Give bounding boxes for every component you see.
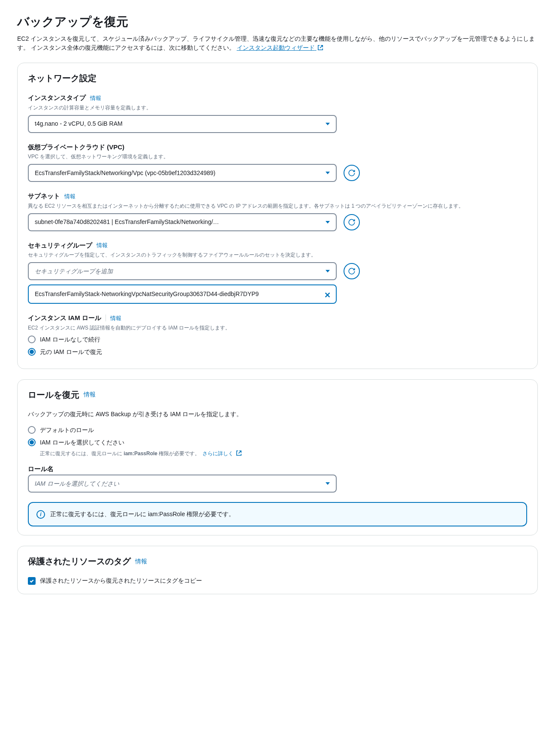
network-settings-title: ネットワーク設定: [28, 72, 527, 85]
security-group-refresh-button[interactable]: [344, 263, 360, 279]
copy-tags-checkbox[interactable]: [28, 577, 36, 585]
chevron-down-icon: [326, 270, 330, 272]
subnet-hint: 異なる EC2 リソースを相互またはインターネットから分離するために使用できる …: [28, 202, 527, 210]
instance-iam-role-info-link[interactable]: 情報: [110, 314, 121, 323]
default-role-radio[interactable]: デフォルトのロール: [28, 426, 527, 435]
vpc-hint: VPC を選択して、仮想ネットワーキング環境を定義します。: [28, 153, 527, 160]
radio-icon: [28, 438, 36, 446]
chevron-down-icon: [326, 123, 330, 125]
chevron-down-icon: [326, 482, 330, 485]
instance-iam-role-hint: EC2 インスタンスに AWS 認証情報を自動的にデプロイする IAM ロールを…: [28, 324, 527, 332]
tags-title: 保護されたリソースのタグ: [28, 555, 131, 568]
restore-role-hint: バックアップの復元時に AWS Backup が引き受ける IAM ロールを指定…: [28, 410, 527, 419]
chevron-down-icon: [326, 221, 330, 224]
passrole-note: 正常に復元するには、復元ロールに iam:PassRole 権限が必要です。 さ…: [40, 450, 527, 457]
page-description: EC2 インスタンスを復元して、スケジュール済みバックアップ、ライフサイクル管理…: [17, 34, 538, 52]
instance-iam-role-label: インスタンス IAM ロール: [28, 313, 101, 323]
instance-type-hint: インスタンスの計算容量とメモリ容量を定義します。: [28, 104, 527, 112]
radio-icon: [28, 336, 36, 343]
learn-more-link[interactable]: さらに詳しく: [202, 450, 241, 457]
subnet-label: サブネット: [28, 191, 60, 201]
security-group-hint: セキュリティグループを指定して、インスタンスのトラフィックを制御するファイアウォ…: [28, 251, 527, 259]
subnet-info-link[interactable]: 情報: [64, 192, 75, 201]
restore-role-card: ロールを復元 情報 バックアップの復元時に AWS Backup が引き受ける …: [17, 379, 538, 536]
role-name-label: ロール名: [28, 464, 54, 474]
vpc-refresh-button[interactable]: [344, 165, 360, 181]
role-name-select[interactable]: IAM ロールを選択してください: [28, 475, 337, 493]
security-group-token-remove[interactable]: ✕: [324, 290, 331, 301]
external-link-icon: [317, 44, 323, 50]
iam-role-none-radio[interactable]: IAM ロールなしで続行: [28, 335, 527, 344]
security-group-token: EcsTransferFamilyStack-NetworkingVpcNatS…: [28, 284, 337, 304]
passrole-info-banner: i 正常に復元するには、復元ロールに iam:PassRole 権限が必要です。: [28, 502, 527, 526]
chevron-down-icon: [326, 172, 330, 174]
subnet-select[interactable]: subnet-0fe78a740d8202481 | EcsTransferFa…: [28, 213, 337, 231]
radio-icon: [28, 426, 36, 434]
security-group-info-link[interactable]: 情報: [97, 241, 108, 250]
external-link-icon: [236, 450, 242, 456]
vpc-select[interactable]: EcsTransferFamilyStack/Networking/Vpc (v…: [28, 164, 337, 182]
info-banner-text: 正常に復元するには、復元ロールに iam:PassRole 権限が必要です。: [50, 510, 235, 519]
instance-launch-wizard-link[interactable]: インスタンス起動ウィザード: [237, 44, 323, 51]
instance-type-select[interactable]: t4g.nano - 2 vCPU, 0.5 GiB RAM: [28, 115, 337, 133]
protected-resource-tags-card: 保護されたリソースのタグ 情報 保護されたリソースから復元されたリソースにタグを…: [17, 546, 538, 594]
tags-info-link[interactable]: 情報: [135, 557, 147, 566]
info-icon: i: [36, 510, 45, 519]
instance-type-label: インスタンスタイプ: [28, 93, 86, 103]
network-settings-card: ネットワーク設定 インスタンスタイプ 情報 インスタンスの計算容量とメモリ容量を…: [17, 63, 538, 369]
page-title: バックアップを復元: [17, 13, 538, 31]
restore-role-title: ロールを復元: [28, 388, 79, 401]
instance-type-info-link[interactable]: 情報: [90, 94, 101, 103]
select-iam-role-radio[interactable]: IAM ロールを選択してください: [28, 438, 527, 447]
subnet-refresh-button[interactable]: [344, 214, 360, 230]
copy-tags-label: 保護されたリソースから復元されたリソースにタグをコピー: [40, 576, 202, 585]
restore-role-info-link[interactable]: 情報: [84, 390, 96, 399]
vpc-label: 仮想プライベートクラウド (VPC): [28, 142, 124, 152]
iam-role-original-radio[interactable]: 元の IAM ロールで復元: [28, 348, 527, 357]
radio-icon: [28, 348, 36, 356]
divider: [106, 314, 106, 321]
security-group-select[interactable]: セキュリティグループを追加: [28, 262, 337, 280]
security-group-label: セキュリティグループ: [28, 241, 92, 251]
